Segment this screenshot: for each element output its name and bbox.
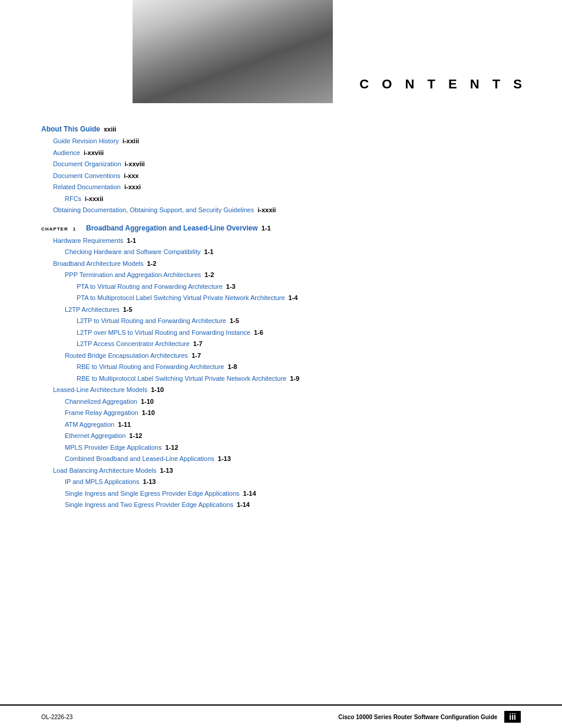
about-guide-entry: About This Guide xxiii [41, 124, 533, 134]
audience-page: i-xxviii [84, 148, 104, 158]
svg-rect-1 [133, 0, 333, 103]
chapter-number: 1 [73, 226, 76, 232]
ppp-term-page: 1-2 [204, 270, 214, 280]
audience-link[interactable]: Audience [53, 148, 80, 158]
toc-entry-l2tp-vrf: L2TP to Virtual Routing and Forwarding A… [41, 316, 533, 326]
toc-entry-single-ingress-egress: Single Ingress and Single Egress Provide… [41, 489, 533, 499]
toc-entry-l2tp-mpls: L2TP over MPLS to Virtual Routing and Fo… [41, 328, 533, 338]
rfcs-link[interactable]: RFCs [65, 194, 81, 204]
chapter1-title-link[interactable]: Broadband Aggregation and Leased-Line Ov… [86, 224, 258, 232]
toc-entry-checking-hw: Checking Hardware and Software Compatibi… [41, 247, 533, 257]
ppp-term-link[interactable]: PPP Termination and Aggregation Architec… [65, 270, 201, 280]
single-ingress-egress-link[interactable]: Single Ingress and Single Egress Provide… [65, 489, 240, 499]
toc-entry-rbe-mpls: RBE to Multiprotocol Label Switching Vir… [41, 374, 533, 384]
atm-link[interactable]: ATM Aggregation [65, 420, 114, 430]
page-container: C O N T E N T S About This Guide xxiii G… [0, 0, 562, 728]
checking-hw-page: 1-1 [204, 247, 214, 257]
toc-entry-frame-relay: Frame Relay Aggregation 1-10 [41, 408, 533, 418]
toc-entry-obtaining-docs: Obtaining Documentation, Obtaining Suppo… [41, 205, 533, 215]
content-area: About This Guide xxiii Guide Revision Hi… [41, 124, 533, 513]
hw-req-page: 1-1 [127, 236, 136, 246]
leased-line-link[interactable]: Leased-Line Architecture Models [53, 385, 147, 395]
pta-vrf-link[interactable]: PTA to Virtual Routing and Forwarding Ar… [77, 282, 223, 292]
l2tp-vrf-page: 1-5 [230, 316, 239, 326]
obtaining-docs-page: i-xxxii [257, 205, 276, 215]
ethernet-page: 1-12 [129, 431, 142, 441]
l2tp-ac-page: 1-7 [193, 339, 203, 349]
channelized-link[interactable]: Channelized Aggregation [65, 397, 137, 407]
l2tp-vrf-link[interactable]: L2TP to Virtual Routing and Forwarding A… [77, 316, 226, 326]
toc-entry-pta-vrf: PTA to Virtual Routing and Forwarding Ar… [41, 282, 533, 292]
frame-relay-page: 1-10 [142, 408, 155, 418]
toc-entry-related-docs: Related Documentation i-xxxi [41, 182, 533, 192]
l2tp-arch-page: 1-5 [123, 305, 133, 315]
pta-mpls-page: 1-4 [289, 293, 298, 303]
channelized-page: 1-10 [141, 397, 154, 407]
toc-entry-doc-conv: Document Conventions i-xxx [41, 171, 533, 181]
doc-conv-link[interactable]: Document Conventions [53, 171, 120, 181]
mpls-prov-link[interactable]: MPLS Provider Edge Applications [65, 443, 161, 453]
svg-point-2 [234, 14, 267, 51]
related-docs-page: i-xxxi [124, 182, 141, 192]
toc-entry-ppp-term: PPP Termination and Aggregation Architec… [41, 270, 533, 280]
ip-mpls-link[interactable]: IP and MPLS Applications [65, 477, 139, 487]
toc-entry-rbe-arch: Routed Bridge Encapsulation Architecture… [41, 351, 533, 361]
toc-entry-ethernet: Ethernet Aggregation 1-12 [41, 431, 533, 441]
combined-page: 1-13 [218, 454, 231, 464]
toc-entry-combined: Combined Broadband and Leased-Line Appli… [41, 454, 533, 464]
footer-guide-title: Cisco 10000 Series Router Software Confi… [338, 714, 497, 720]
toc-entry-channelized: Channelized Aggregation 1-10 [41, 397, 533, 407]
toc-entry-l2tp-ac: L2TP Access Concentrator Architecture 1-… [41, 339, 533, 349]
contents-title: C O N T E N T S [359, 77, 527, 92]
atm-page: 1-11 [118, 420, 131, 430]
header-image [133, 0, 333, 103]
chapter-label: CHAPTER [41, 226, 68, 232]
broadband-arch-link[interactable]: Broadband Architecture Models [53, 259, 143, 269]
rfcs-page: i-xxxii [85, 194, 103, 204]
single-two-egress-link[interactable]: Single Ingress and Two Egress Provider E… [65, 500, 233, 510]
rbe-vrf-link[interactable]: RBE to Virtual Routing and Forwarding Ar… [77, 362, 224, 372]
related-docs-link[interactable]: Related Documentation [53, 182, 121, 192]
l2tp-arch-link[interactable]: L2TP Architectures [65, 305, 120, 315]
rbe-vrf-page: 1-8 [227, 362, 237, 372]
doc-org-link[interactable]: Document Organization [53, 159, 121, 169]
about-guide-page: xxiii [104, 124, 116, 134]
toc-entry-guide-revision: Guide Revision History i-xxiii [41, 136, 533, 146]
toc-entry-load-balance: Load Balancing Architecture Models 1-13 [41, 466, 533, 476]
single-two-egress-page: 1-14 [237, 500, 250, 510]
guide-revision-page: i-xxiii [123, 136, 139, 146]
footer-right: Cisco 10000 Series Router Software Confi… [338, 711, 521, 723]
toc-entry-leased-line: Leased-Line Architecture Models 1-10 [41, 385, 533, 395]
doc-conv-page: i-xxx [124, 171, 138, 181]
chapter1-section: CHAPTER 1 Broadband Aggregation and Leas… [41, 222, 533, 510]
pta-mpls-link[interactable]: PTA to Multiprotocol Label Switching Vir… [77, 293, 285, 303]
footer-doc-number: OL-2226-23 [41, 714, 72, 720]
chapter1-row: CHAPTER 1 Broadband Aggregation and Leas… [41, 222, 533, 233]
toc-entry-doc-org: Document Organization i-xxviii [41, 159, 533, 169]
footer-page-number: iii [504, 711, 521, 723]
rbe-mpls-link[interactable]: RBE to Multiprotocol Label Switching Vir… [77, 374, 286, 384]
single-ingress-egress-page: 1-14 [243, 489, 256, 499]
toc-entry-pta-mpls: PTA to Multiprotocol Label Switching Vir… [41, 293, 533, 303]
svg-rect-0 [133, 0, 333, 103]
load-balance-link[interactable]: Load Balancing Architecture Models [53, 466, 157, 476]
about-guide-section: About This Guide xxiii Guide Revision Hi… [41, 124, 533, 215]
chapter1-page: 1-1 [262, 225, 271, 232]
ip-mpls-page: 1-13 [143, 477, 156, 487]
checking-hw-link[interactable]: Checking Hardware and Software Compatibi… [65, 247, 201, 257]
toc-entry-rfcs: RFCs i-xxxii [41, 194, 533, 204]
rbe-arch-link[interactable]: Routed Bridge Encapsulation Architecture… [65, 351, 188, 361]
svg-rect-3 [224, 77, 277, 103]
hw-req-link[interactable]: Hardware Requirements [53, 236, 123, 246]
guide-revision-link[interactable]: Guide Revision History [53, 136, 119, 146]
obtaining-docs-link[interactable]: Obtaining Documentation, Obtaining Suppo… [53, 205, 254, 215]
toc-entry-hw-req: Hardware Requirements 1-1 [41, 236, 533, 246]
ethernet-link[interactable]: Ethernet Aggregation [65, 431, 125, 441]
l2tp-mpls-link[interactable]: L2TP over MPLS to Virtual Routing and Fo… [77, 328, 250, 338]
combined-link[interactable]: Combined Broadband and Leased-Line Appli… [65, 454, 214, 464]
frame-relay-link[interactable]: Frame Relay Aggregation [65, 408, 138, 418]
toc-entry-l2tp-arch: L2TP Architectures 1-5 [41, 305, 533, 315]
about-guide-link[interactable]: About This Guide [41, 124, 100, 134]
l2tp-ac-link[interactable]: L2TP Access Concentrator Architecture [77, 339, 190, 349]
load-balance-page: 1-13 [160, 466, 173, 476]
